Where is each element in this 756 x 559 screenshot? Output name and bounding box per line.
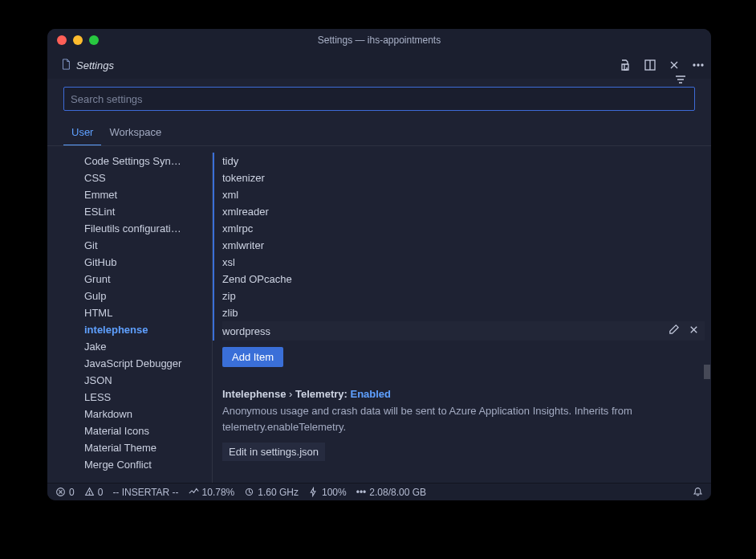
file-icon — [60, 59, 71, 72]
tab-bar: Settings — [47, 51, 711, 79]
modified-indicator — [213, 220, 214, 237]
sidebar-item[interactable]: CSS — [84, 169, 213, 186]
svg-point-6 — [701, 64, 703, 66]
list-item-label: tokenizer — [222, 172, 265, 184]
edit-in-settings-json[interactable]: Edit in settings.json — [222, 443, 325, 461]
sidebar-item[interactable]: Jake — [84, 338, 213, 355]
list-item-label: xmlreader — [222, 206, 269, 218]
modified-indicator — [213, 304, 214, 321]
sidebar-item[interactable]: JavaScript Debugger — [84, 355, 213, 372]
status-memory[interactable]: ••• 2.08/8.00 GB — [356, 487, 426, 498]
setting-telemetry: Intelephense › Telemetry: Enabled Anonym… — [222, 388, 705, 461]
sidebar-item[interactable]: LESS — [84, 389, 213, 406]
list-item[interactable]: tidy — [222, 153, 705, 169]
sidebar-item[interactable]: Material Icons — [84, 422, 213, 439]
list-item[interactable]: zlib — [222, 304, 705, 321]
scope-tab-user[interactable]: User — [63, 120, 101, 145]
list-item-label: zip — [222, 290, 236, 302]
modified-indicator — [213, 237, 214, 254]
remove-icon[interactable] — [688, 324, 700, 338]
close-tab-icon[interactable] — [668, 59, 681, 71]
sidebar-item[interactable]: Fileutils configurati… — [84, 220, 213, 237]
modified-indicator — [213, 203, 214, 220]
search-input[interactable] — [63, 87, 695, 111]
setting-path-prefix: Intelephense — [222, 388, 286, 400]
sidebar-item[interactable]: Gulp — [84, 288, 213, 304]
row-actions — [668, 324, 700, 338]
sidebar-item[interactable]: Markdown — [84, 406, 213, 422]
list-item-label: Zend OPcache — [222, 273, 292, 285]
settings-content: Code Settings Syn…CSSEmmetESLintFileutil… — [47, 146, 711, 483]
sidebar-item[interactable]: ESLint — [84, 203, 213, 220]
list-item-label: xml — [222, 189, 238, 201]
sidebar-item[interactable]: Code Settings Syn… — [84, 153, 213, 169]
list-item-label: xsl — [222, 256, 235, 268]
open-changes-icon[interactable] — [620, 59, 632, 71]
edit-icon[interactable] — [668, 324, 680, 338]
sidebar-item[interactable]: Material Theme — [84, 439, 213, 456]
setting-path-mid: Telemetry: — [295, 388, 348, 400]
settings-sidebar: Code Settings Syn…CSSEmmetESLintFileutil… — [47, 146, 213, 483]
sidebar-item[interactable]: JSON — [84, 372, 213, 389]
filter-icon[interactable] — [674, 73, 687, 86]
list-item-label: wordpress — [222, 325, 270, 337]
sidebar-item[interactable]: Emmet — [84, 186, 213, 203]
modified-indicator — [213, 186, 214, 203]
scope-tabs: User Workspace — [47, 120, 711, 146]
status-bar: 0 0 -- INSERTAR -- 10.78% 1.60 GHz 100% — [47, 483, 711, 500]
list-item[interactable]: xml — [222, 186, 705, 203]
modified-indicator — [213, 254, 214, 271]
modified-indicator — [213, 169, 214, 186]
list-item[interactable]: tokenizer — [222, 169, 705, 186]
modified-indicator — [213, 271, 214, 288]
status-vim-mode: -- INSERTAR -- — [112, 487, 178, 498]
modified-indicator — [213, 321, 214, 341]
window-title: Settings — ihs-appointments — [47, 35, 711, 46]
sidebar-item[interactable]: intelephense — [84, 321, 213, 338]
status-cpu-pct[interactable]: 10.78% — [189, 487, 235, 498]
list-item[interactable]: xmlwriter — [222, 237, 705, 254]
status-warnings[interactable]: 0 — [84, 487, 104, 498]
list-item[interactable]: xsl — [222, 254, 705, 271]
titlebar: Settings — ihs-appointments — [47, 29, 711, 51]
sidebar-item[interactable]: HTML — [84, 304, 213, 321]
sidebar-item[interactable]: Grunt — [84, 271, 213, 288]
search-container — [47, 79, 711, 117]
svg-point-16 — [89, 494, 90, 495]
scrollbar-thumb[interactable] — [704, 365, 710, 379]
status-battery[interactable]: 100% — [308, 487, 347, 498]
list-item[interactable]: zip — [222, 288, 705, 304]
list-item-label: xmlrpc — [222, 222, 253, 235]
status-errors[interactable]: 0 — [55, 487, 75, 498]
split-editor-icon[interactable] — [644, 59, 656, 71]
sidebar-item[interactable]: GitHub — [84, 254, 213, 271]
editor-window: Settings — ihs-appointments Settings — [47, 29, 711, 500]
modified-indicator — [213, 153, 214, 169]
modified-indicator — [213, 288, 214, 304]
list-item-label: tidy — [222, 155, 238, 167]
list-item[interactable]: wordpress — [222, 321, 705, 341]
scope-tab-workspace[interactable]: Workspace — [101, 120, 169, 145]
setting-description: Anonymous usage and crash data will be s… — [222, 403, 689, 435]
sidebar-item[interactable]: Merge Conflict — [84, 456, 213, 473]
tab-actions — [620, 59, 705, 71]
sidebar-item[interactable]: Git — [84, 237, 213, 254]
status-bell-icon[interactable] — [693, 487, 703, 497]
setting-title: Intelephense › Telemetry: Enabled — [222, 388, 689, 400]
tab-settings[interactable]: Settings — [54, 59, 120, 72]
list-item-label: xmlwriter — [222, 239, 264, 251]
svg-point-4 — [693, 64, 695, 66]
list-item-label: zlib — [222, 307, 238, 319]
svg-point-5 — [697, 64, 699, 66]
more-actions-icon[interactable] — [692, 59, 705, 71]
list-item[interactable]: xmlrpc — [222, 220, 705, 237]
tab-label: Settings — [76, 59, 114, 71]
list-item[interactable]: xmlreader — [222, 203, 705, 220]
status-cpu-ghz[interactable]: 1.60 GHz — [244, 487, 299, 498]
setting-value-link[interactable]: Enabled — [350, 388, 391, 400]
svg-line-19 — [250, 492, 251, 494]
list-item[interactable]: Zend OPcache — [222, 271, 705, 288]
add-item-button[interactable]: Add Item — [222, 347, 283, 367]
settings-main: tidytokenizerxmlxmlreaderxmlrpcxmlwriter… — [213, 146, 711, 483]
